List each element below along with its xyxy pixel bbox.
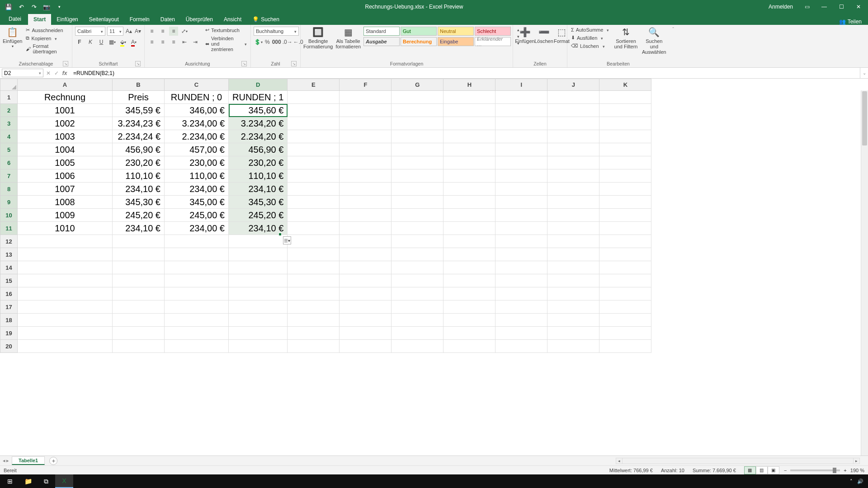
zoom-in-icon[interactable]: + — [844, 468, 846, 473]
row-header[interactable]: 11 — [0, 222, 18, 235]
cell[interactable] — [340, 104, 392, 117]
cell[interactable]: 234,10 € — [113, 183, 165, 196]
cell[interactable] — [288, 156, 340, 169]
align-right-icon[interactable]: ≡ — [169, 38, 178, 47]
ribbon-display-options-icon[interactable]: ▭ — [799, 0, 815, 14]
row-header[interactable]: 14 — [0, 261, 18, 274]
cell[interactable] — [340, 314, 392, 327]
bold-button[interactable]: F — [75, 38, 84, 47]
cell[interactable] — [547, 274, 599, 287]
cell[interactable] — [495, 314, 547, 327]
cell[interactable] — [547, 104, 599, 117]
cell[interactable] — [340, 327, 392, 340]
cell[interactable] — [443, 235, 495, 248]
cell[interactable] — [288, 235, 340, 248]
cell[interactable] — [392, 143, 443, 156]
cell[interactable] — [392, 300, 443, 314]
cell[interactable] — [495, 196, 547, 209]
cell[interactable]: 456,90 € — [229, 143, 288, 156]
cell[interactable] — [340, 130, 392, 143]
autofill-options-button[interactable]: ☰▾ — [283, 236, 291, 244]
cell[interactable]: 2.234,00 € — [165, 130, 229, 143]
cell[interactable] — [18, 287, 113, 300]
cell[interactable] — [443, 340, 495, 353]
cell[interactable] — [443, 196, 495, 209]
cell[interactable] — [495, 340, 547, 353]
cell[interactable] — [495, 117, 547, 130]
copy-button[interactable]: ⧉Kopieren — [25, 35, 69, 42]
autosum-button[interactable]: ΣAutoSumme — [570, 27, 610, 33]
cell[interactable] — [165, 300, 229, 314]
scrollbar-thumb[interactable] — [862, 91, 867, 145]
tab-insert[interactable]: Einfügen — [51, 14, 83, 25]
row-header[interactable]: 17 — [0, 300, 18, 314]
quick-print-icon[interactable]: 📷 — [42, 2, 52, 12]
column-header[interactable]: D — [229, 79, 288, 91]
cell[interactable] — [495, 222, 547, 235]
column-header[interactable]: A — [18, 79, 113, 91]
fx-icon[interactable]: fx — [62, 70, 67, 76]
cell[interactable]: 2.234,24 € — [113, 130, 165, 143]
cell[interactable] — [392, 130, 443, 143]
cell[interactable] — [165, 274, 229, 287]
clipboard-launcher[interactable]: ↘ — [63, 61, 68, 66]
cell[interactable] — [443, 314, 495, 327]
cell[interactable] — [392, 156, 443, 169]
cell[interactable] — [392, 327, 443, 340]
cell[interactable] — [18, 261, 113, 274]
cell[interactable] — [392, 235, 443, 248]
conditional-formatting-button[interactable]: 🔲Bedingte Formatierung — [303, 27, 333, 49]
accounting-format-icon[interactable]: 💲▾ — [254, 38, 263, 47]
sheet-nav-first-icon[interactable]: ◂ — [3, 458, 5, 464]
cell[interactable] — [18, 314, 113, 327]
cell[interactable] — [340, 235, 392, 248]
cell[interactable] — [340, 287, 392, 300]
tab-page-layout[interactable]: Seitenlayout — [84, 14, 124, 25]
view-normal-icon[interactable]: ▦ — [744, 466, 756, 474]
cell[interactable] — [443, 169, 495, 183]
cell[interactable] — [165, 287, 229, 300]
tab-formulas[interactable]: Formeln — [124, 14, 155, 25]
row-header[interactable]: 8 — [0, 183, 18, 196]
cell[interactable]: 234,10 € — [229, 183, 288, 196]
cell[interactable]: 345,60 € — [229, 104, 288, 117]
cell[interactable] — [599, 183, 651, 196]
cell[interactable]: 245,20 € — [113, 209, 165, 222]
cell[interactable] — [599, 300, 651, 314]
cells-delete-button[interactable]: ➖Löschen — [535, 27, 553, 44]
cell[interactable] — [340, 196, 392, 209]
cell[interactable]: 1009 — [18, 209, 113, 222]
cell[interactable]: 1010 — [18, 222, 113, 235]
italic-button[interactable]: K — [86, 38, 95, 47]
tray-chevron-up-icon[interactable]: ˄ — [850, 479, 853, 484]
cell[interactable] — [392, 261, 443, 274]
cell[interactable] — [547, 143, 599, 156]
cell[interactable] — [113, 327, 165, 340]
tab-review[interactable]: Überprüfen — [180, 14, 218, 25]
cell[interactable] — [547, 196, 599, 209]
fill-handle[interactable] — [278, 233, 282, 236]
expand-formula-bar-icon[interactable]: ⌄ — [860, 68, 868, 78]
cell[interactable] — [165, 235, 229, 248]
font-name-dropdown[interactable]: Calibri — [75, 27, 105, 36]
window-maximize-icon[interactable]: ☐ — [834, 0, 849, 14]
percent-format-icon[interactable]: % — [264, 38, 270, 47]
cell[interactable] — [547, 117, 599, 130]
row-header[interactable]: 15 — [0, 274, 18, 287]
increase-font-icon[interactable]: A▴ — [125, 27, 132, 36]
column-header[interactable]: F — [340, 79, 392, 91]
wrap-text-button[interactable]: ↩Textumbruch — [204, 27, 248, 33]
cell[interactable] — [547, 91, 599, 104]
tab-data[interactable]: Daten — [155, 14, 180, 25]
row-header[interactable]: 3 — [0, 117, 18, 130]
cell[interactable] — [547, 222, 599, 235]
cell[interactable]: 245,20 € — [229, 209, 288, 222]
cell[interactable]: 345,30 € — [113, 196, 165, 209]
cell[interactable] — [340, 209, 392, 222]
column-header[interactable]: B — [113, 79, 165, 91]
cell[interactable]: 3.234,00 € — [165, 117, 229, 130]
style-berechnung[interactable]: Berechnung — [401, 37, 437, 46]
cell[interactable] — [113, 340, 165, 353]
row-header[interactable]: 19 — [0, 327, 18, 340]
cell[interactable] — [495, 183, 547, 196]
